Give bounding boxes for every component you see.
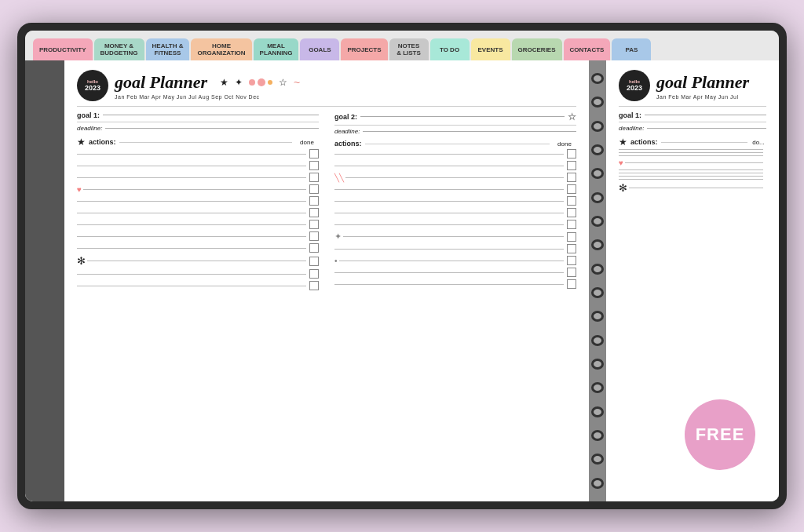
done-checkbox[interactable] [309, 196, 319, 206]
done-checkbox[interactable] [567, 268, 576, 277]
spiral-binding [589, 60, 606, 501]
tab-meal[interactable]: MEALPLANNING [254, 38, 299, 60]
action-row [334, 149, 576, 159]
done-checkbox[interactable] [309, 173, 319, 182]
tab-health[interactable]: HEALTH &FITNESS [146, 38, 190, 60]
spiral-ring [591, 478, 604, 489]
tab-productivity[interactable]: PRODUCTIVITY [33, 38, 93, 60]
right-action-rows: ♥ ✻ [619, 149, 766, 194]
action-row [334, 268, 576, 277]
done-checkbox[interactable] [309, 161, 319, 170]
notebook-cover [25, 60, 64, 501]
done-checkbox[interactable] [309, 220, 319, 229]
done-checkbox[interactable] [567, 232, 576, 242]
left-deco-line [77, 106, 576, 107]
right-actions-header: ★ actions: do... [619, 137, 766, 148]
right-month-nav: Jan Feb Mar Apr May Jun Jul [656, 94, 749, 100]
action-row [77, 281, 319, 290]
tab-contacts[interactable]: CONTACTS [564, 38, 611, 60]
tab-events[interactable]: EVENTS [471, 38, 510, 60]
right-goal1-col: goal 1: deadline: [619, 111, 766, 132]
left-month-nav: Jan Feb Mar Apr May Jun Jul Aug Sep Oct … [115, 94, 300, 100]
done-checkbox[interactable] [309, 184, 319, 194]
left-done1-label: done [295, 139, 319, 146]
star-deco-1: ★ [220, 77, 228, 88]
right-page-header: hello 2023 goal Planner Jan Feb Mar Apr … [619, 70, 766, 101]
snowflake-deco: ✻ [77, 255, 86, 267]
main-content: hello 2023 goal Planner ★ ✦ [25, 60, 779, 501]
left-goal2-label: goal 2: ☆ [334, 111, 576, 122]
left-page-header: hello 2023 goal Planner ★ ✦ [77, 70, 576, 101]
done-checkbox[interactable] [309, 231, 319, 241]
action-row [619, 152, 766, 153]
done-checkbox[interactable] [567, 244, 576, 253]
done-checkbox[interactable] [567, 220, 576, 229]
done-checkbox[interactable] [309, 208, 319, 217]
spiral-ring [591, 382, 604, 393]
dot-orange [268, 80, 272, 85]
tab-home[interactable]: HOMEORGANIZATION [191, 38, 251, 60]
left-deadline1-row: deadline: [77, 125, 319, 132]
action-row [619, 149, 766, 150]
done-checkbox[interactable] [309, 243, 319, 253]
action-row [334, 196, 576, 206]
tab-projects[interactable]: PROJECTS [341, 38, 387, 60]
left-header-decos: ★ ✦ ☆ ~ [220, 76, 300, 89]
done-checkbox[interactable] [567, 196, 576, 206]
left-goal2-col: goal 2: ☆ deadline: actions: [334, 111, 576, 293]
action-row [77, 196, 319, 206]
left-star-actions: ★ [77, 137, 86, 148]
slash-deco-1: ╲╲ [334, 173, 344, 182]
heart-deco-right: ♥ [619, 159, 623, 167]
right-star-actions: ★ [619, 137, 627, 148]
dot-deco: • [334, 257, 338, 265]
action-row [334, 220, 576, 229]
done-checkbox[interactable] [567, 279, 576, 289]
tab-pas[interactable]: PAS [612, 38, 651, 60]
done-checkbox[interactable] [567, 256, 576, 265]
done-checkbox[interactable] [309, 269, 319, 279]
right-done1-label: do... [751, 139, 766, 146]
starburst-deco-right: ✻ [619, 182, 627, 194]
tab-groceries[interactable]: GROCERIES [512, 38, 562, 60]
left-goal1-label: goal 1: [77, 111, 319, 119]
planner-container: hello 2023 goal Planner ★ ✦ [64, 60, 779, 501]
action-row [334, 244, 576, 253]
spiral-ring [591, 239, 604, 250]
right-deadline1-label: deadline: [619, 125, 644, 132]
spiral-ring [591, 192, 604, 203]
done-checkbox[interactable] [567, 173, 576, 182]
left-goals-row: goal 1: deadline: ★ actions: [77, 111, 576, 293]
spiral-ring [591, 121, 604, 132]
left-hello-badge: hello 2023 [77, 70, 108, 101]
done-checkbox[interactable] [309, 149, 319, 159]
tab-notes[interactable]: NOTES& LISTS [389, 38, 429, 60]
action-row [619, 173, 766, 173]
left-goal1-col: goal 1: deadline: ★ actions: [77, 111, 319, 293]
star-outline-deco: ☆ [568, 111, 576, 122]
right-year-text: 2023 [627, 84, 642, 92]
action-row [334, 279, 576, 289]
done-checkbox[interactable] [309, 257, 319, 266]
done-checkbox[interactable] [309, 281, 319, 290]
spiral-ring [591, 168, 604, 179]
action-row [334, 184, 576, 194]
star-deco-right: ✦ [334, 231, 342, 242]
done-checkbox[interactable] [567, 184, 576, 194]
done-checkbox[interactable] [567, 161, 576, 170]
device-screen: PRODUCTIVITY MONEY &BUDGETING HEALTH &FI… [25, 31, 779, 501]
spiral-ring [591, 97, 604, 107]
spiral-ring [591, 335, 604, 346]
left-done2-label: done [553, 140, 576, 148]
tab-money[interactable]: MONEY &BUDGETING [94, 38, 144, 60]
action-row [619, 179, 766, 180]
device-frame: PRODUCTIVITY MONEY &BUDGETING HEALTH &FI… [17, 23, 787, 509]
tab-goals[interactable]: GOALS [300, 38, 339, 60]
action-row [619, 169, 766, 170]
done-checkbox[interactable] [567, 208, 576, 217]
tab-todo[interactable]: TO DO [430, 38, 470, 60]
action-row [77, 269, 319, 279]
done-checkbox[interactable] [567, 149, 576, 159]
star-deco-3: ☆ [279, 77, 287, 88]
right-deco-line [619, 106, 766, 107]
